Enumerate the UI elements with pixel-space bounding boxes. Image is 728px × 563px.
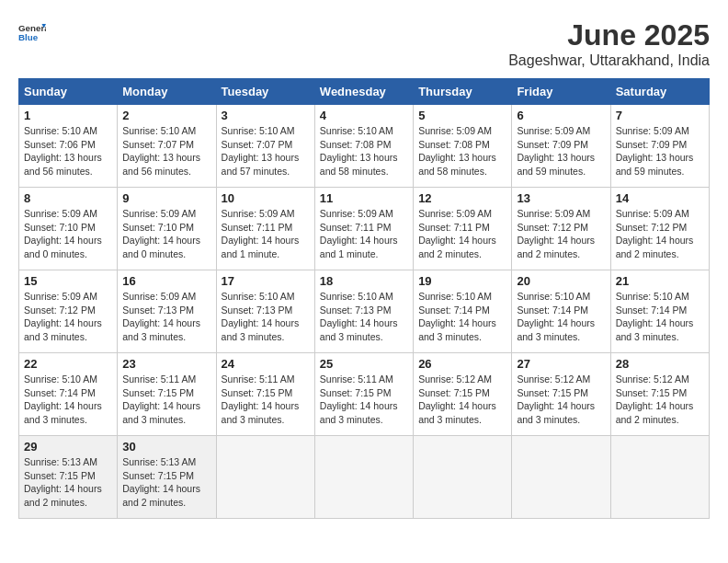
calendar-cell: 16Sunrise: 5:09 AMSunset: 7:13 PMDayligh…	[118, 270, 216, 353]
weekday-header-sunday: Sunday	[19, 79, 118, 105]
day-number: 24	[222, 357, 310, 371]
day-info: Sunrise: 5:10 AMSunset: 7:07 PMDaylight:…	[222, 124, 310, 178]
day-info: Sunrise: 5:09 AMSunset: 7:11 PMDaylight:…	[418, 207, 506, 261]
day-number: 20	[517, 274, 605, 288]
calendar-cell: 18Sunrise: 5:10 AMSunset: 7:13 PMDayligh…	[314, 270, 413, 353]
calendar-week-row-4: 22Sunrise: 5:10 AMSunset: 7:14 PMDayligh…	[19, 353, 710, 436]
day-info: Sunrise: 5:09 AMSunset: 7:09 PMDaylight:…	[517, 124, 605, 178]
day-number: 16	[122, 274, 210, 288]
day-number: 2	[122, 109, 210, 122]
day-number: 23	[122, 357, 210, 371]
day-info: Sunrise: 5:11 AMSunset: 7:15 PMDaylight:…	[122, 373, 210, 427]
calendar-cell: 13Sunrise: 5:09 AMSunset: 7:12 PMDayligh…	[512, 188, 610, 270]
day-info: Sunrise: 5:11 AMSunset: 7:15 PMDaylight:…	[222, 373, 310, 427]
day-number: 15	[24, 274, 112, 288]
location-title: Bageshwar, Uttarakhand, India	[508, 52, 710, 69]
logo-icon: General Blue	[18, 18, 46, 46]
day-number: 18	[320, 274, 408, 288]
day-info: Sunrise: 5:12 AMSunset: 7:15 PMDaylight:…	[517, 373, 605, 427]
day-number: 21	[616, 274, 704, 288]
calendar-cell: 11Sunrise: 5:09 AMSunset: 7:11 PMDayligh…	[314, 188, 413, 270]
day-number: 19	[418, 274, 506, 288]
calendar-cell: 10Sunrise: 5:09 AMSunset: 7:11 PMDayligh…	[216, 188, 314, 270]
title-block: June 2025 Bageshwar, Uttarakhand, India	[508, 18, 710, 69]
calendar-cell: 22Sunrise: 5:10 AMSunset: 7:14 PMDayligh…	[19, 353, 118, 436]
weekday-header-thursday: Thursday	[414, 79, 512, 105]
day-number: 10	[222, 191, 310, 205]
day-number: 22	[24, 357, 112, 371]
day-info: Sunrise: 5:13 AMSunset: 7:15 PMDaylight:…	[24, 455, 112, 510]
day-number: 8	[24, 191, 112, 205]
calendar-cell: 1Sunrise: 5:10 AMSunset: 7:06 PMDaylight…	[19, 105, 118, 188]
day-info: Sunrise: 5:09 AMSunset: 7:10 PMDaylight:…	[122, 207, 210, 261]
calendar-cell: 5Sunrise: 5:09 AMSunset: 7:08 PMDaylight…	[414, 105, 512, 188]
calendar-cell: 20Sunrise: 5:10 AMSunset: 7:14 PMDayligh…	[512, 270, 610, 353]
calendar-cell: 9Sunrise: 5:09 AMSunset: 7:10 PMDaylight…	[118, 188, 216, 270]
day-info: Sunrise: 5:10 AMSunset: 7:14 PMDaylight:…	[517, 290, 605, 344]
calendar-cell: 12Sunrise: 5:09 AMSunset: 7:11 PMDayligh…	[414, 188, 512, 270]
day-number: 25	[320, 357, 408, 371]
day-info: Sunrise: 5:10 AMSunset: 7:14 PMDaylight:…	[24, 373, 112, 427]
calendar-cell: 3Sunrise: 5:10 AMSunset: 7:07 PMDaylight…	[216, 105, 314, 188]
calendar-cell: 30Sunrise: 5:13 AMSunset: 7:15 PMDayligh…	[118, 436, 216, 519]
day-info: Sunrise: 5:09 AMSunset: 7:12 PMDaylight:…	[616, 207, 704, 261]
day-number: 9	[122, 191, 210, 205]
day-number: 29	[24, 440, 112, 454]
day-number: 4	[320, 109, 408, 122]
weekday-header-saturday: Saturday	[610, 79, 709, 105]
calendar-cell: 17Sunrise: 5:10 AMSunset: 7:13 PMDayligh…	[216, 270, 314, 353]
calendar-cell: 15Sunrise: 5:09 AMSunset: 7:12 PMDayligh…	[19, 270, 118, 353]
weekday-header-monday: Monday	[118, 79, 216, 105]
calendar-cell: 21Sunrise: 5:10 AMSunset: 7:14 PMDayligh…	[610, 270, 709, 353]
day-number: 12	[418, 191, 506, 205]
day-info: Sunrise: 5:12 AMSunset: 7:15 PMDaylight:…	[616, 373, 704, 427]
svg-text:Blue: Blue	[18, 32, 39, 42]
calendar-cell	[216, 436, 314, 519]
day-info: Sunrise: 5:10 AMSunset: 7:14 PMDaylight:…	[418, 290, 506, 344]
month-title: June 2025	[508, 18, 710, 52]
day-info: Sunrise: 5:09 AMSunset: 7:08 PMDaylight:…	[418, 124, 506, 178]
calendar-cell: 25Sunrise: 5:11 AMSunset: 7:15 PMDayligh…	[314, 353, 413, 436]
weekday-header-tuesday: Tuesday	[216, 79, 314, 105]
calendar-cell: 23Sunrise: 5:11 AMSunset: 7:15 PMDayligh…	[118, 353, 216, 436]
weekday-header-friday: Friday	[512, 79, 610, 105]
day-number: 1	[24, 109, 112, 122]
day-info: Sunrise: 5:10 AMSunset: 7:07 PMDaylight:…	[122, 124, 210, 178]
day-info: Sunrise: 5:11 AMSunset: 7:15 PMDaylight:…	[320, 373, 408, 427]
calendar-cell	[414, 436, 512, 519]
day-number: 28	[616, 357, 704, 371]
day-number: 6	[517, 109, 605, 122]
day-info: Sunrise: 5:09 AMSunset: 7:10 PMDaylight:…	[24, 207, 112, 261]
calendar-cell: 19Sunrise: 5:10 AMSunset: 7:14 PMDayligh…	[414, 270, 512, 353]
day-number: 3	[222, 109, 310, 122]
calendar-cell: 2Sunrise: 5:10 AMSunset: 7:07 PMDaylight…	[118, 105, 216, 188]
calendar-cell: 7Sunrise: 5:09 AMSunset: 7:09 PMDaylight…	[610, 105, 709, 188]
calendar-week-row-2: 8Sunrise: 5:09 AMSunset: 7:10 PMDaylight…	[19, 188, 710, 270]
day-number: 13	[517, 191, 605, 205]
calendar-cell: 14Sunrise: 5:09 AMSunset: 7:12 PMDayligh…	[610, 188, 709, 270]
calendar-week-row-3: 15Sunrise: 5:09 AMSunset: 7:12 PMDayligh…	[19, 270, 710, 353]
day-number: 11	[320, 191, 408, 205]
day-number: 17	[222, 274, 310, 288]
day-number: 7	[616, 109, 704, 122]
calendar-cell	[610, 436, 709, 519]
day-number: 26	[418, 357, 506, 371]
day-info: Sunrise: 5:10 AMSunset: 7:06 PMDaylight:…	[24, 124, 112, 178]
calendar-table: SundayMondayTuesdayWednesdayThursdayFrid…	[18, 78, 710, 519]
day-info: Sunrise: 5:10 AMSunset: 7:13 PMDaylight:…	[222, 290, 310, 344]
calendar-cell: 28Sunrise: 5:12 AMSunset: 7:15 PMDayligh…	[610, 353, 709, 436]
day-number: 5	[418, 109, 506, 122]
day-number: 27	[517, 357, 605, 371]
page-header: General Blue June 2025 Bageshwar, Uttara…	[18, 18, 710, 69]
day-info: Sunrise: 5:13 AMSunset: 7:15 PMDaylight:…	[122, 455, 210, 510]
calendar-cell	[314, 436, 413, 519]
day-info: Sunrise: 5:09 AMSunset: 7:13 PMDaylight:…	[122, 290, 210, 344]
day-info: Sunrise: 5:09 AMSunset: 7:12 PMDaylight:…	[517, 207, 605, 261]
day-info: Sunrise: 5:09 AMSunset: 7:12 PMDaylight:…	[24, 290, 112, 344]
day-info: Sunrise: 5:09 AMSunset: 7:11 PMDaylight:…	[320, 207, 408, 261]
weekday-header-wednesday: Wednesday	[314, 79, 413, 105]
day-info: Sunrise: 5:10 AMSunset: 7:08 PMDaylight:…	[320, 124, 408, 178]
calendar-cell: 27Sunrise: 5:12 AMSunset: 7:15 PMDayligh…	[512, 353, 610, 436]
calendar-week-row-1: 1Sunrise: 5:10 AMSunset: 7:06 PMDaylight…	[19, 105, 710, 188]
day-number: 30	[122, 440, 210, 454]
